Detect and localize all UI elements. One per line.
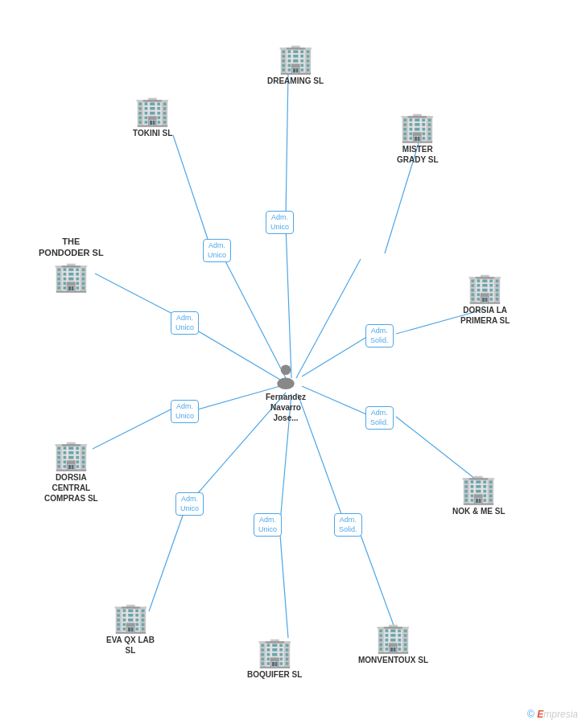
node-tokini[interactable]: 🏢 TOKINI SL (133, 97, 172, 138)
node-label-dorsia-la: DORSIA LA PRIMERA SL (460, 305, 510, 326)
svg-line-19 (361, 535, 394, 627)
person-icon (271, 360, 300, 389)
node-label-dreaming: DREAMING SL (267, 76, 324, 86)
building-icon-eva: 🏢 (113, 603, 149, 632)
badge-adm-unico-4[interactable]: Adm.Unico (171, 400, 199, 423)
svg-line-2 (221, 253, 286, 378)
svg-line-1 (286, 72, 288, 216)
svg-line-3 (173, 135, 209, 244)
building-icon-dorsia-la: 🏢 (467, 274, 503, 302)
building-icon-monventoux: 🏢 (375, 623, 411, 652)
node-label-pondoder-top: THEPONDODER SL (39, 236, 104, 259)
building-icon-boquifer: 🏢 (257, 638, 293, 667)
svg-line-17 (280, 535, 288, 638)
node-label-mister: MISTER GRADY SL (397, 144, 439, 165)
badge-adm-solid-3[interactable]: Adm.Solid. (334, 513, 362, 537)
node-monventoux[interactable]: 🏢 MONVENTOUX SL (358, 623, 428, 665)
badge-adm-unico-2[interactable]: Adm.Unico (203, 239, 231, 262)
svg-line-13 (396, 417, 475, 479)
node-label-tokini: TOKINI SL (133, 128, 172, 138)
watermark-text: Empresia (537, 709, 578, 720)
building-icon-pondoder: 🏢 (53, 262, 89, 291)
watermark-copyright: © (527, 709, 534, 720)
node-mister[interactable]: 🏢 MISTER GRADY SL (397, 113, 439, 165)
badge-adm-unico-5[interactable]: Adm.Unico (175, 492, 204, 516)
node-eva[interactable]: 🏢 EVA QX LAB SL (106, 603, 155, 656)
node-label-boquifer: BOQUIFER SL (247, 669, 302, 680)
watermark: © Empresia (527, 709, 578, 720)
node-dorsia-la[interactable]: 🏢 DORSIA LA PRIMERA SL (460, 274, 510, 326)
node-label-monventoux: MONVENTOUX SL (358, 655, 428, 665)
badge-adm-unico-1[interactable]: Adm.Unico (266, 211, 294, 234)
badge-adm-unico-6[interactable]: Adm.Unico (254, 513, 282, 537)
network-diagram: Fernandez Navarro Jose... 🏢 DREAMING SL … (0, 0, 586, 728)
badge-adm-solid-1[interactable]: Adm.Solid. (365, 324, 394, 348)
svg-point-21 (277, 378, 295, 389)
svg-line-12 (302, 386, 372, 417)
building-icon-nok: 🏢 (460, 475, 497, 504)
node-boquifer[interactable]: 🏢 BOQUIFER SL (247, 638, 302, 680)
svg-line-7 (95, 274, 177, 316)
svg-line-11 (93, 406, 177, 449)
svg-line-8 (302, 334, 372, 376)
node-nok[interactable]: 🏢 NOK & ME SL (452, 475, 506, 516)
node-dreaming[interactable]: 🏢 DREAMING SL (267, 44, 324, 86)
node-dorsia-central[interactable]: 🏢 DORSIA CENTRAL COMPRAS SL (44, 441, 98, 504)
svg-line-0 (286, 225, 291, 378)
node-label-eva: EVA QX LAB SL (106, 635, 155, 656)
badge-adm-solid-2[interactable]: Adm.Solid. (365, 406, 394, 430)
building-icon-dorsia-central: 🏢 (53, 441, 89, 470)
svg-line-15 (149, 513, 184, 611)
badge-adm-unico-3[interactable]: Adm.Unico (171, 311, 199, 335)
building-icon-tokini: 🏢 (134, 97, 171, 125)
node-label-dorsia-central: DORSIA CENTRAL COMPRAS SL (44, 472, 98, 504)
center-person-node[interactable]: Fernandez Navarro Jose... (266, 360, 306, 423)
center-person-label: Fernandez Navarro Jose... (266, 392, 306, 423)
svg-point-20 (281, 364, 291, 375)
node-pondoder[interactable]: THEPONDODER SL 🏢 (39, 233, 104, 291)
node-label-nok: NOK & ME SL (452, 506, 506, 516)
building-icon-dreaming: 🏢 (278, 44, 314, 73)
building-icon-mister: 🏢 (399, 113, 435, 142)
